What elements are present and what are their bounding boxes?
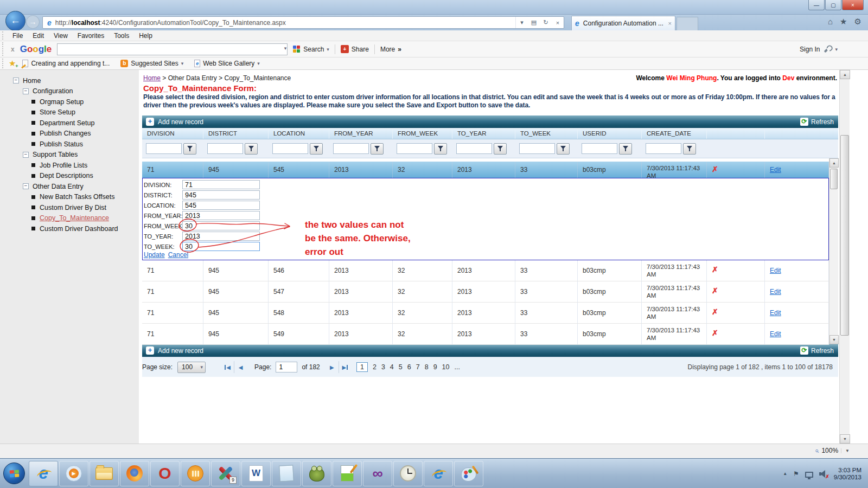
sidebar-item-store-setup[interactable]: Store Setup bbox=[0, 107, 139, 118]
menu-view[interactable]: View bbox=[49, 32, 73, 40]
next-page-button[interactable]: ▶ bbox=[326, 361, 339, 373]
scrollbar-thumb[interactable] bbox=[830, 169, 838, 189]
first-page-button[interactable]: ◀ bbox=[221, 361, 234, 373]
page-number-ellipsis[interactable]: ... bbox=[454, 363, 459, 371]
filter-input-location[interactable] bbox=[272, 143, 308, 154]
column-header-from-week[interactable]: FROM_WEEK bbox=[393, 128, 452, 139]
taskbar-internet-explorer-2[interactable]: e bbox=[424, 461, 453, 486]
sidebar-item-department-setup[interactable]: Department Setup bbox=[0, 118, 139, 129]
sidebar-item-configuration[interactable]: −Configuration bbox=[0, 86, 139, 97]
wrench-icon[interactable] bbox=[824, 46, 831, 53]
add-new-record-button[interactable]: Add new record bbox=[158, 347, 203, 355]
filter-input-division[interactable] bbox=[146, 143, 182, 154]
filter-funnel-button[interactable] bbox=[683, 143, 696, 155]
taskbar-visual-studio[interactable]: ∞ bbox=[363, 461, 392, 486]
taskbar-notepad[interactable] bbox=[272, 461, 301, 486]
delete-icon[interactable]: ✗ bbox=[707, 303, 765, 323]
sidebar-item-publish-status[interactable]: Publish Status bbox=[0, 139, 139, 150]
column-header-to-year[interactable]: TO_YEAR bbox=[452, 128, 515, 139]
division-field[interactable] bbox=[182, 180, 260, 189]
cancel-link[interactable]: Cancel bbox=[168, 251, 188, 259]
page-number[interactable]: 6 bbox=[407, 363, 411, 371]
favorite-item-suggested-sites[interactable]: b Suggested Sites ▾ bbox=[116, 60, 188, 67]
tray-clock[interactable]: 3:03 PM 9/30/2013 bbox=[834, 467, 861, 481]
filter-input-district[interactable] bbox=[207, 143, 243, 154]
page-number[interactable]: 5 bbox=[399, 363, 403, 371]
page-number[interactable]: 2 bbox=[373, 363, 376, 371]
taskbar-opera[interactable]: O bbox=[150, 461, 180, 486]
taskbar-lotus-notes[interactable] bbox=[181, 461, 210, 486]
sidebar-item-other-data-entry[interactable]: −Other Data Entry bbox=[0, 181, 139, 192]
sidebar-item-new-batch-tasks-offsets[interactable]: New Batch Tasks Offsets bbox=[0, 192, 139, 203]
page-number[interactable]: 9 bbox=[433, 363, 437, 371]
column-header-userid[interactable]: USERID bbox=[578, 128, 642, 139]
table-row[interactable]: 71 945 548 2013 32 2013 33 b03cmp 7/30/2… bbox=[142, 303, 829, 324]
refresh-button[interactable]: ⟳ Refresh bbox=[800, 346, 834, 355]
tools-gear-icon[interactable]: ⚙ bbox=[854, 17, 861, 27]
zoom-control[interactable]: ⌕ 100% ▼ bbox=[815, 446, 850, 455]
browser-page-scrollbar[interactable]: ▲ ▼ bbox=[839, 70, 850, 444]
edit-link[interactable]: Edit bbox=[770, 330, 781, 338]
collapse-icon[interactable]: − bbox=[13, 78, 19, 84]
page-number-current[interactable]: 1 bbox=[356, 362, 368, 372]
sidebar-item-home[interactable]: −Home bbox=[0, 75, 139, 86]
filter-funnel-button[interactable] bbox=[434, 143, 447, 155]
edit-link[interactable]: Edit bbox=[770, 288, 781, 296]
filter-funnel-button[interactable] bbox=[371, 143, 384, 155]
update-link[interactable]: Update bbox=[144, 251, 165, 259]
menu-tools[interactable]: Tools bbox=[109, 32, 134, 40]
page-number[interactable]: 7 bbox=[416, 363, 420, 371]
google-share-button[interactable]: + Share bbox=[335, 45, 374, 53]
menu-file[interactable]: File bbox=[8, 32, 28, 40]
taskbar-media-player[interactable]: ▶ bbox=[59, 461, 88, 486]
table-row[interactable]: 71 945 547 2013 32 2013 33 b03cmp 7/30/2… bbox=[142, 281, 829, 303]
location-field[interactable] bbox=[182, 201, 260, 210]
tray-expand-icon[interactable]: ▲ bbox=[783, 471, 787, 476]
scroll-down-icon[interactable]: ▼ bbox=[840, 434, 850, 444]
sidebar-item-dept-descriptions[interactable]: Dept Descriptions bbox=[0, 171, 139, 182]
collapse-icon[interactable]: − bbox=[23, 152, 29, 158]
taskbar-paint[interactable] bbox=[454, 461, 483, 486]
sidebar-item-custom-driver-dashboard[interactable]: Custom Driver Dashboard bbox=[0, 223, 139, 234]
compatibility-view-icon[interactable]: ▤ bbox=[528, 19, 540, 26]
refresh-button[interactable]: ↻ bbox=[540, 19, 552, 26]
scrollbar-thumb[interactable] bbox=[840, 135, 849, 336]
filter-input-from-week[interactable] bbox=[397, 143, 432, 154]
edit-link[interactable]: Edit bbox=[770, 309, 781, 317]
column-header-to-week[interactable]: TO_WEEK bbox=[515, 128, 578, 139]
taskbar-file-explorer[interactable] bbox=[90, 461, 119, 486]
taskbar-toad[interactable] bbox=[302, 461, 331, 486]
url-dropdown-button[interactable]: ▾ bbox=[516, 19, 528, 26]
favorite-item-creating-appending[interactable]: Creating and appending t... bbox=[18, 60, 114, 67]
sign-in-link[interactable]: Sign In bbox=[800, 46, 820, 53]
taskbar-internet-explorer[interactable]: e bbox=[29, 461, 58, 486]
delete-icon[interactable]: ✗ bbox=[707, 260, 765, 281]
sidebar-item-job-profile-lists[interactable]: Job Profile Lists bbox=[0, 160, 139, 171]
prev-page-button[interactable]: ◀ bbox=[234, 361, 247, 373]
filter-funnel-button[interactable] bbox=[494, 143, 507, 155]
filter-input-to-year[interactable] bbox=[456, 143, 492, 154]
menu-help[interactable]: Help bbox=[134, 32, 157, 40]
column-header-district[interactable]: DISTRICT bbox=[203, 128, 269, 139]
to-year-field[interactable] bbox=[182, 232, 260, 241]
edit-link[interactable]: Edit bbox=[770, 267, 781, 274]
from-week-field[interactable] bbox=[182, 221, 260, 230]
taskbar-clock-app[interactable] bbox=[393, 461, 423, 486]
filter-funnel-button[interactable] bbox=[557, 143, 570, 155]
table-row-selected[interactable]: 71 945 545 2013 32 2013 33 b03cmp 7/30/2… bbox=[142, 162, 829, 178]
taskbar-app-badge-9[interactable]: 9 bbox=[211, 461, 240, 486]
taskbar-firefox[interactable] bbox=[120, 461, 149, 486]
forward-button[interactable]: → bbox=[26, 15, 40, 29]
column-header-location[interactable]: LOCATION bbox=[269, 128, 329, 139]
stop-button[interactable]: × bbox=[552, 20, 564, 26]
menu-favorites[interactable]: Favorites bbox=[73, 32, 109, 40]
zoom-dropdown-icon[interactable]: ▼ bbox=[841, 448, 850, 453]
scroll-up-icon[interactable]: ▲ bbox=[829, 158, 839, 168]
google-search-input[interactable] bbox=[57, 43, 288, 55]
filter-funnel-button[interactable] bbox=[183, 143, 196, 155]
favorite-item-web-slice-gallery[interactable]: e Web Slice Gallery ▾ bbox=[190, 60, 264, 67]
page-number-input[interactable] bbox=[276, 362, 297, 373]
delete-icon[interactable]: ✗ bbox=[707, 162, 765, 178]
district-field[interactable] bbox=[182, 190, 260, 200]
start-button[interactable] bbox=[3, 463, 25, 484]
